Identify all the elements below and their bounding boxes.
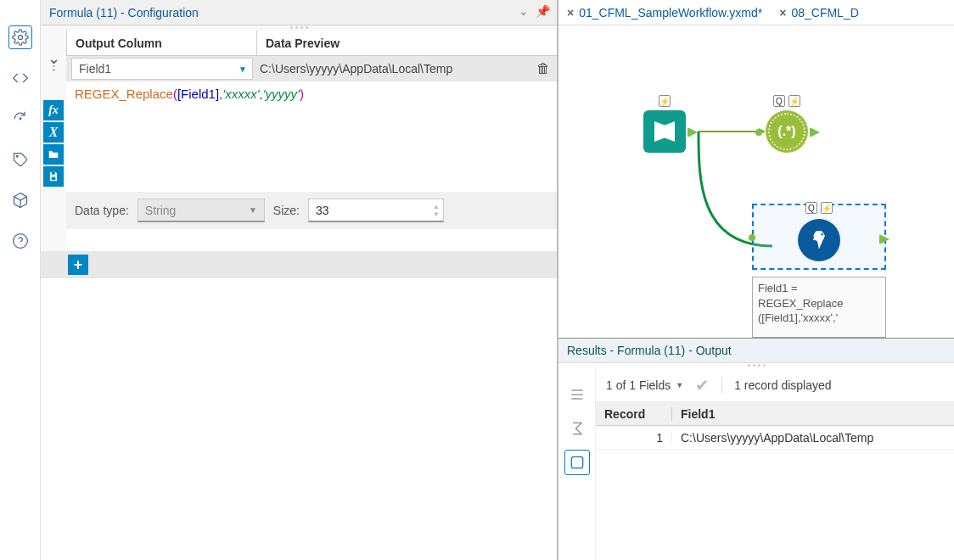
svg-point-4 xyxy=(13,234,27,249)
output-anchor[interactable] xyxy=(687,127,698,137)
preview-value: C:\Users\yyyyy\AppData\Local\Temp xyxy=(260,62,452,76)
trash-icon[interactable]: 🗑 xyxy=(536,61,550,76)
expression-editor[interactable]: REGEX_Replace([Field1],'xxxxx','yyyyy') xyxy=(66,81,557,192)
expr-col: [Field1] xyxy=(177,87,219,101)
cell-field-value: C:\Users\yyyyy\AppData\Local\Temp xyxy=(672,431,954,445)
results-toolbar: 1 of 1 Fields ▼ ✔ 1 record displayed xyxy=(596,368,954,402)
size-label: Size: xyxy=(273,204,300,217)
formula-annotation: Field1 = REGEX_Replace ([Field1],'xxxxx'… xyxy=(752,277,886,338)
output-column-value: Field1 xyxy=(79,62,111,76)
results-panel: Results - Formula (11) - Output xyxy=(558,338,954,560)
folder-button[interactable] xyxy=(43,144,64,165)
box-icon[interactable] xyxy=(8,188,32,212)
type-row: Data type: String ▼ Size: 33 ▲▼ xyxy=(66,192,557,229)
close-icon[interactable]: × xyxy=(567,6,574,20)
magnify-icon: Q xyxy=(773,95,785,107)
workflow-canvas[interactable]: ⚡ Q⚡ (.*) Q⚡ xyxy=(558,25,954,338)
check-icon[interactable]: ✔ xyxy=(695,375,710,395)
svg-point-2 xyxy=(16,155,18,157)
lightning-icon: ⚡ xyxy=(821,202,833,214)
pin-icon[interactable]: 📌 xyxy=(536,4,550,18)
expr-s1: 'xxxxx' xyxy=(222,87,259,101)
regex-node[interactable]: Q⚡ (.*) xyxy=(766,110,808,153)
results-row[interactable]: 1 C:\Users\yyyyy\AppData\Local\Temp xyxy=(596,426,954,450)
config-title: Formula (11) - Configuration xyxy=(49,6,199,20)
input-node[interactable]: ⚡ xyxy=(643,110,686,153)
records-count: 1 record displayed xyxy=(734,378,831,392)
tag-icon[interactable] xyxy=(8,148,32,171)
tab-workflow-1[interactable]: × 01_CFML_SampleWorkflow.yxmd* xyxy=(558,0,771,25)
dropdown-icon[interactable]: ▼ xyxy=(676,381,683,389)
workflow-tabs: × 01_CFML_SampleWorkflow.yxmd* × 08_CFML… xyxy=(558,0,954,25)
grid-header: Output Column Data Preview xyxy=(66,31,557,56)
save-button[interactable] xyxy=(43,166,64,187)
formula-toolbar: ⌄ fx X xyxy=(41,31,66,251)
svg-rect-6 xyxy=(52,172,55,175)
gear-icon[interactable] xyxy=(8,25,32,49)
svg-point-0 xyxy=(18,36,22,40)
chevron-down-icon[interactable]: ⌄ xyxy=(519,4,529,18)
output-column-select[interactable]: Field1 ▼ xyxy=(71,58,253,80)
svg-point-1 xyxy=(20,118,21,120)
col-output-header: Output Column xyxy=(66,31,256,55)
variable-button[interactable]: X xyxy=(43,122,64,143)
refresh-icon[interactable] xyxy=(8,107,32,131)
config-title-bar: Formula (11) - Configuration ⌄ 📌 xyxy=(41,0,557,25)
spinner-icon[interactable]: ▲▼ xyxy=(433,203,440,218)
tab-workflow-2[interactable]: × 08_CFML_D xyxy=(771,0,867,25)
col-preview-header: Data Preview xyxy=(256,31,557,55)
close-icon[interactable]: × xyxy=(779,6,786,20)
code-icon[interactable] xyxy=(8,66,32,90)
magnify-icon: Q xyxy=(805,202,817,214)
data-type-select[interactable]: String ▼ xyxy=(137,199,265,222)
dropdown-icon: ▼ xyxy=(249,205,257,215)
help-icon[interactable] xyxy=(8,229,32,253)
data-type-label: Data type: xyxy=(75,204,129,217)
col-field-header: Field1 xyxy=(672,407,954,421)
size-input[interactable]: 33 ▲▼ xyxy=(308,199,444,222)
tab-label: 01_CFML_SampleWorkflow.yxmd* xyxy=(579,6,762,20)
expr-s2: 'yyyyy' xyxy=(263,87,300,101)
results-grid-header: Record Field1 xyxy=(596,402,954,426)
field-row: Field1 ▼ C:\Users\yyyyy\AppData\Local\Te… xyxy=(66,56,557,81)
size-value: 33 xyxy=(316,204,329,217)
lightning-icon: ⚡ xyxy=(659,95,671,107)
input-anchor[interactable] xyxy=(749,234,755,241)
list-icon[interactable] xyxy=(564,382,590,407)
col-record-header: Record xyxy=(596,407,672,421)
results-icon-bar xyxy=(558,368,596,560)
output-anchor[interactable] xyxy=(810,127,820,137)
lightning-icon: ⚡ xyxy=(788,95,800,107)
results-title: Results - Formula (11) - Output xyxy=(558,339,954,363)
add-expression-button[interactable]: + xyxy=(68,255,88,275)
cell-record-num: 1 xyxy=(596,431,672,445)
collapse-icon[interactable]: ⌄ xyxy=(48,49,60,68)
shape-icon[interactable] xyxy=(564,450,590,475)
input-anchor[interactable] xyxy=(755,129,762,136)
expr-fn: REGEX_Replace xyxy=(75,87,173,101)
fields-count[interactable]: 1 of 1 Fields xyxy=(606,378,671,392)
dropdown-icon: ▼ xyxy=(238,64,247,74)
sigma-icon[interactable] xyxy=(564,416,590,441)
output-anchor[interactable] xyxy=(879,234,889,244)
fx-button[interactable]: fx xyxy=(43,100,64,120)
formula-node-selected[interactable]: Q⚡ Field1 = REGEX_Replace ([Field1],'xxx… xyxy=(752,204,886,338)
svg-rect-7 xyxy=(52,177,56,181)
tab-label: 08_CFML_D xyxy=(791,6,858,20)
config-panel: Formula (11) - Configuration ⌄ 📌 ⌄ fx X … xyxy=(41,0,558,560)
left-sidebar xyxy=(0,0,41,560)
data-type-value: String xyxy=(145,204,177,217)
